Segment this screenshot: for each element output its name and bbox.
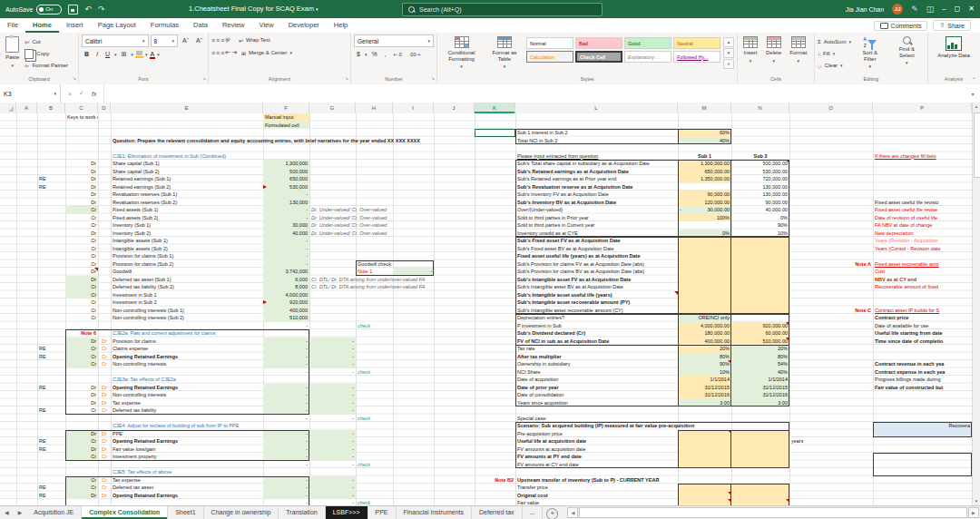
- cell-B43[interactable]: RE: [37, 437, 65, 446]
- cell-F17[interactable]: -: [263, 237, 309, 245]
- cell-E35[interactable]: CJE3a: Tax effects of CJE2a: [111, 376, 263, 384]
- cell-E42[interactable]: PPE: [111, 430, 263, 438]
- cell-C36[interactable]: Dr: [65, 384, 98, 392]
- cell-C8[interactable]: Dr: [65, 168, 98, 176]
- cell-L46[interactable]: FV amounts at CY end date: [515, 461, 678, 469]
- cell-L41[interactable]: Scenario: Sub acquired building (IP) mea…: [515, 422, 678, 430]
- cell-G38[interactable]: -: [309, 399, 356, 407]
- cell-O43[interactable]: years: [789, 437, 873, 446]
- column-header-O[interactable]: O: [789, 103, 873, 113]
- cell-C22[interactable]: Dr: [65, 276, 98, 284]
- cell-E29[interactable]: CJE2a: Past and current adjustment for c…: [111, 329, 263, 338]
- cell-G44[interactable]: -: [309, 446, 356, 454]
- cell-P12[interactable]: Fixed asset useful life revisio: [873, 199, 972, 207]
- wrap-text-button[interactable]: ↩Wrap Text: [239, 34, 270, 45]
- avatar[interactable]: JJ: [892, 4, 903, 15]
- share-button[interactable]: ⇧Share: [933, 20, 971, 31]
- cell-style-neutral[interactable]: Neutral: [673, 37, 720, 49]
- cell-E21[interactable]: Goodwill: [111, 268, 263, 276]
- cell-M12[interactable]: 120,000.00: [678, 199, 731, 207]
- undo-icon[interactable]: ↶: [84, 0, 92, 18]
- close-button[interactable]: ✕: [968, 0, 975, 18]
- decrease-indent-icon[interactable]: ⇤: [225, 49, 230, 56]
- cell-G48[interactable]: -: [309, 476, 356, 485]
- cell-F46[interactable]: -: [263, 461, 309, 469]
- search-box[interactable]: Search (Alt+Q): [402, 3, 603, 16]
- paste-button[interactable]: Paste▾: [3, 34, 22, 70]
- accounting-format-icon[interactable]: $: [354, 49, 363, 60]
- formula-bar-expand-icon[interactable]: ▾: [965, 84, 980, 103]
- cell-E43[interactable]: Opening Retained Earnings: [111, 437, 263, 446]
- cell-M50[interactable]: [678, 492, 731, 500]
- styles-gallery-up-icon[interactable]: ▲: [723, 37, 734, 47]
- cell-C25[interactable]: Cr: [65, 299, 98, 307]
- cell-E38[interactable]: Tax expense: [111, 399, 263, 407]
- cell-E13[interactable]: Fixed assets (Sub 1): [111, 206, 263, 214]
- save-icon[interactable]: [68, 5, 78, 15]
- cell-F10[interactable]: 530,000: [263, 183, 309, 191]
- cell-C30[interactable]: Dr: [65, 338, 98, 346]
- cell-N16[interactable]: 10%: [731, 230, 789, 238]
- cell-C9[interactable]: Dr: [65, 175, 98, 183]
- cell-E18[interactable]: Intangible assets (Sub 2): [111, 245, 263, 253]
- cell-L37[interactable]: Date of consolidation: [515, 391, 678, 399]
- sheet-tab--[interactable]: ...: [523, 506, 544, 519]
- format-cells-button[interactable]: Format▾: [787, 34, 809, 65]
- cell-L18[interactable]: Sub's Fixed asset BV as at Acquisition D…: [515, 245, 678, 253]
- cell-L27[interactable]: Depreciation entries?: [515, 314, 678, 322]
- cell-E48[interactable]: Tax expense: [111, 476, 263, 485]
- cell-F48[interactable]: -: [263, 476, 309, 485]
- cell-F44[interactable]: -: [263, 446, 309, 454]
- cell-N37[interactable]: 31/12/2016: [731, 391, 789, 399]
- cell-N8[interactable]: 530,000.00: [731, 168, 789, 176]
- cell-F49[interactable]: -: [263, 484, 309, 492]
- column-header-N[interactable]: N: [731, 103, 789, 113]
- cell-N14[interactable]: 0%: [731, 214, 789, 222]
- cell-B49[interactable]: RE: [37, 484, 65, 492]
- cell-F45[interactable]: -: [263, 453, 309, 461]
- cell-G13[interactable]: Dr. Under-valued/ Cr. Over-valued: [309, 206, 356, 214]
- cell-C31[interactable]: Cr: [65, 345, 98, 353]
- cell-F37[interactable]: -: [263, 391, 309, 399]
- cell-M29[interactable]: 180,000.00: [678, 329, 731, 338]
- cell-H20[interactable]: Goodwill check:: [356, 260, 393, 269]
- formula-input[interactable]: [104, 84, 965, 103]
- cell-style-expl[interactable]: Explanatory ...: [624, 51, 671, 63]
- ribbon-tab-file[interactable]: File: [0, 18, 25, 33]
- cell-D50[interactable]: Dr: [98, 492, 111, 500]
- cell-M30[interactable]: 400,000.00: [678, 338, 731, 346]
- cell-C24[interactable]: Cr: [65, 291, 98, 299]
- cell-E8[interactable]: Share capital (Sub 2): [111, 168, 263, 176]
- font-dialog-launcher[interactable]: ↘: [202, 73, 206, 83]
- cell-G33[interactable]: -: [309, 360, 356, 368]
- cell-C39[interactable]: Cr: [65, 406, 98, 415]
- column-header-C[interactable]: C: [65, 103, 98, 113]
- column-header-F[interactable]: F: [263, 103, 309, 113]
- cell-F31[interactable]: -: [263, 345, 309, 353]
- cell-P34[interactable]: Contract expense in each yea: [873, 368, 972, 377]
- column-header-K[interactable]: K: [475, 103, 515, 113]
- cell-B32[interactable]: RE: [37, 353, 65, 361]
- cell-E7[interactable]: Share capital (Sub 1): [111, 160, 263, 168]
- cell-E31[interactable]: Claims expense: [111, 345, 263, 353]
- cell-P29[interactable]: Useful life starting from date: [873, 329, 972, 338]
- cell-E37[interactable]: Non-controlling interests: [111, 391, 263, 399]
- cell-L9[interactable]: Sub's Retained earnings as at Prior year…: [515, 175, 678, 183]
- orientation-icon[interactable]: ab: [224, 36, 231, 44]
- confirm-entry-icon[interactable]: ✓: [79, 90, 84, 97]
- conditional-formatting-button[interactable]: Conditional Formatting▾: [440, 34, 483, 72]
- cell-P16[interactable]: New depreciation: [873, 230, 972, 238]
- cell-C42[interactable]: Dr: [65, 430, 98, 438]
- cell-P17[interactable]: Years (Revision - Acquisition: [873, 237, 972, 245]
- cell-L24[interactable]: Sub's Intangible asset useful life (year…: [515, 291, 678, 299]
- cell-N6[interactable]: Sub 2: [731, 152, 789, 161]
- cell-N30[interactable]: 510,000.00: [731, 338, 789, 346]
- cell-H34[interactable]: check: [356, 368, 393, 377]
- cell-F19[interactable]: -: [263, 252, 309, 260]
- cell-M31[interactable]: 20%: [678, 345, 731, 353]
- italic-button[interactable]: I: [93, 49, 101, 60]
- sheet-tab-financial-instruments[interactable]: Financial Instruments: [397, 506, 473, 519]
- ribbon-tab-page-layout[interactable]: Page Layout: [91, 18, 143, 33]
- cell-F15[interactable]: 30,000: [263, 221, 309, 230]
- cell-L45[interactable]: FV amounts at PY end date: [515, 453, 678, 461]
